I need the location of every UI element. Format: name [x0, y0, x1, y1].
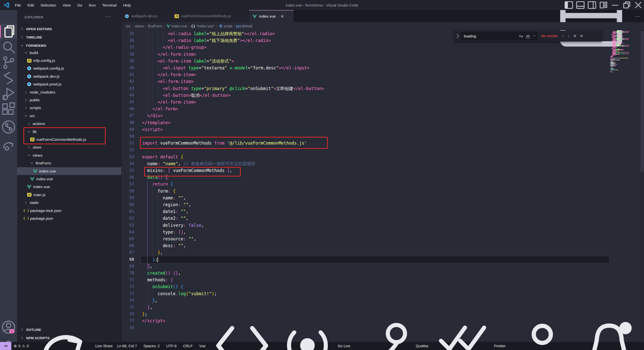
section-open-editors[interactable]: OPEN EDITORS [17, 25, 121, 33]
tree-item-webpack.prod.js[interactable]: webpack.prod.js [17, 80, 121, 88]
tree-item-static[interactable]: static [17, 199, 121, 206]
tree-item-scripts[interactable]: scripts [17, 104, 121, 112]
breadcrumb-firstForm[interactable]: firstForm [148, 24, 162, 28]
code-line-44[interactable]: 44 <el-button>取消</el-button> [121, 92, 644, 99]
explorer-icon[interactable] [0, 24, 17, 39]
code-line-70[interactable]: 70 created() {}, [121, 270, 644, 277]
tree-item-actions[interactable]: actions [17, 120, 121, 128]
code-line-57[interactable]: 57 return { [121, 181, 644, 188]
tree-item-store[interactable]: store [17, 144, 121, 151]
find-next-icon[interactable]: ↓ [568, 33, 570, 38]
code-stream-icon[interactable] [0, 70, 17, 86]
code-line-73[interactable]: 73 console.log("submit!"); [121, 290, 644, 297]
customize-layout-icon[interactable] [598, 0, 609, 10]
whole-word-icon[interactable]: ab [525, 34, 531, 38]
code-line-47[interactable]: 47 </div> [121, 112, 644, 119]
tree-item-index.vue[interactable]: index.vue [17, 175, 121, 183]
tree-item-mfp.config.js[interactable]: JSmfp.config.js [17, 57, 121, 64]
status-prettier[interactable]: Prettier [433, 317, 508, 350]
search-icon[interactable] [0, 39, 17, 55]
breadcrumb-views[interactable]: views [135, 24, 144, 28]
more-actions-icon[interactable]: ··· [634, 13, 640, 19]
git-graph-icon[interactable] [0, 119, 17, 135]
code-line-41[interactable]: 41 </el-form-item> [121, 71, 644, 78]
menu-selection[interactable]: Selection [38, 2, 59, 8]
tab-vueFormCommonMethods.js[interactable]: JSvueFormCommonMethods.js [171, 10, 249, 22]
sidebar-more-actions-icon[interactable]: ··· [105, 14, 112, 19]
toggle-secondary-sidebar-icon[interactable] [586, 0, 598, 10]
find-input[interactable]: loading Aa ab .* [461, 32, 538, 40]
status-go-live[interactable]: Go Live [276, 317, 352, 350]
tree-item-package-lock.json[interactable]: { }package-lock.json [17, 207, 121, 214]
code-line-61[interactable]: 61 date1: "", [121, 208, 644, 215]
code-line-64[interactable]: 64 type: [], [121, 229, 644, 236]
problems-indicator[interactable]: ⊗ 0 ⚠ 0 [11, 344, 31, 348]
live-share-status[interactable]: Live Share [31, 315, 115, 350]
code-line-43[interactable]: 43 <el-button type="primary" @click="onS… [121, 85, 644, 92]
tree-item-views[interactable]: views [17, 151, 121, 159]
tree-item-webpack.config.js[interactable]: webpack.config.js [17, 65, 121, 72]
breadcrumb-index.vue[interactable]: index.vue [167, 24, 187, 28]
code-line-60[interactable]: 60 region: "", [121, 201, 644, 208]
code-line-39[interactable]: 39 <el-form-item label="活动形式"> [121, 58, 644, 65]
close-tab-icon[interactable]: ✕ [280, 14, 284, 19]
tab-index.vue[interactable]: index.vue✕ [249, 10, 294, 22]
status-eol[interactable]: CRLF [181, 344, 195, 348]
code-editor[interactable]: 35 <el-radio label="线上品牌商赞助"></el-radio>… [121, 30, 644, 342]
code-line-59[interactable]: 59 name: "", [121, 195, 644, 201]
status-angle-brackets[interactable] [210, 316, 274, 350]
tree-item-firstForm[interactable]: firstForm [17, 159, 121, 167]
code-line-49[interactable]: 49<script> [121, 126, 644, 133]
tab-webpack.dev.js[interactable]: webpack.dev.js [121, 10, 171, 22]
code-line-62[interactable]: 62 date2: "", [121, 215, 644, 222]
menu-go[interactable]: Go [74, 2, 85, 8]
restore-button[interactable] [621, 0, 632, 10]
code-line-53[interactable]: 53export default { [121, 154, 644, 160]
menu-help[interactable]: Help [120, 2, 134, 8]
tree-item-build[interactable]: build [17, 49, 121, 57]
code-line-65[interactable]: 65 resource: "", [121, 236, 644, 242]
code-line-63[interactable]: 63 delivery: false, [121, 222, 644, 229]
status-encoding[interactable]: UTF-8 [164, 344, 179, 348]
status-indentation[interactable]: Spaces: 2 [141, 344, 162, 348]
code-line-71[interactable]: 71 methods: { [121, 277, 644, 283]
breadcrumb-index.vue[interactable]: {}"index.vue" [191, 24, 214, 28]
toggle-panel-icon[interactable] [575, 0, 586, 10]
toggle-primary-sidebar-icon[interactable] [563, 0, 575, 10]
remote-indicator[interactable]: >< [0, 342, 11, 350]
breadcrumb-src[interactable]: src [126, 24, 131, 28]
tree-item-webpack.dev.js[interactable]: webpack.dev.js [17, 72, 121, 80]
tree-item-package.json[interactable]: { }package.json [17, 214, 121, 222]
close-find-icon[interactable]: ✕ [580, 33, 583, 39]
scrollbar[interactable] [640, 30, 644, 342]
close-button[interactable] [632, 0, 644, 10]
tree-item-node_modules[interactable]: node_modules [17, 88, 121, 96]
section-timeline[interactable]: TIMELINE [17, 33, 121, 41]
code-line-74[interactable]: 74 }, [121, 297, 644, 304]
code-line-48[interactable]: 48</template> [121, 119, 644, 126]
code-line-72[interactable]: 72 onSubmit() { [121, 283, 644, 290]
code-line-68[interactable]: 68 }; [121, 256, 644, 263]
live-share-icon[interactable] [0, 137, 17, 153]
code-line-67[interactable]: 67 }, [121, 249, 644, 256]
source-control-icon[interactable] [0, 55, 17, 70]
menu-view[interactable]: View [60, 2, 73, 8]
tree-item-index.vue[interactable]: index.vue [17, 183, 121, 191]
breadcrumb-default[interactable]: [@]default [236, 24, 253, 28]
menu-run[interactable]: Run [86, 2, 99, 8]
breadcrumb-script[interactable]: script [219, 24, 232, 28]
status-quokka[interactable]: Quokka [355, 317, 431, 350]
minimap[interactable] [610, 30, 640, 342]
code-line-45[interactable]: 45 </el-form-item> [121, 99, 644, 106]
regex-icon[interactable]: .* [532, 34, 536, 38]
menu-edit[interactable]: Edit [25, 2, 37, 8]
code-line-58[interactable]: 58 form: { [121, 188, 644, 195]
run-debug-icon[interactable] [0, 86, 17, 102]
status-language-mode[interactable]: Vue [197, 344, 208, 348]
menu-terminal[interactable]: Terminal [100, 2, 119, 8]
find-in-selection-icon[interactable]: ≡ [573, 33, 576, 39]
toggle-replace-icon[interactable] [455, 31, 461, 41]
tree-item-main.js[interactable]: JSmain.js [17, 191, 121, 199]
code-line-40[interactable]: 40 <el-input type="textarea" v-model="fo… [121, 65, 644, 71]
code-line-38[interactable]: 38 </el-form-item> [121, 51, 644, 58]
